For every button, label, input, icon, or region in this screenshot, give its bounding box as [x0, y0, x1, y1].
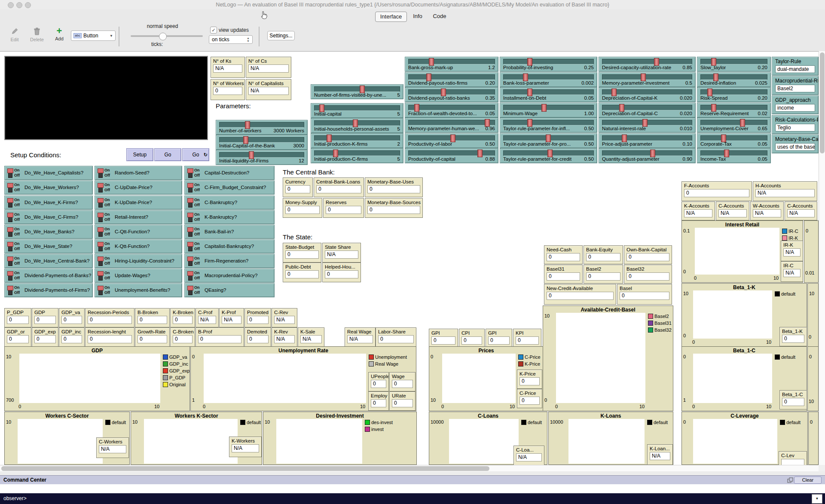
slider-handle[interactable] [245, 121, 250, 129]
slider-handle[interactable] [319, 104, 324, 112]
slider-handle[interactable] [527, 89, 532, 96]
switch-qeasing[interactable]: OnOffQEasing? [184, 283, 275, 297]
switch-knob-icon[interactable] [187, 168, 193, 173]
plot-area[interactable] [568, 419, 645, 464]
switch-knob-icon[interactable] [187, 286, 193, 290]
switch-knob-icon[interactable] [7, 242, 13, 247]
switch-c-bankruptcy[interactable]: OnOffC-Bankruptcy? [184, 195, 275, 210]
switch-do-we-have-k-firms[interactable]: OnOffDo_We_Have_K-Firms? [4, 195, 93, 210]
slider-taylor-rule-parameter-for-credit[interactable]: Taylor-rule-parameter-for-credit0.50 [500, 148, 597, 163]
switch-capital-destruction[interactable]: OnOffCapital-Destruction? [184, 166, 275, 180]
switch-k-bankruptcy[interactable]: OnOffK-Bankruptcy? [184, 210, 275, 224]
slider-handle[interactable] [622, 134, 627, 142]
chooser-value[interactable]: Basel2 [775, 85, 815, 92]
slider-quantity-adjust-parameter[interactable]: Quantity-adjust-parameter0.90 [599, 148, 696, 163]
slider-handle[interactable] [711, 104, 716, 112]
switch-knob-icon[interactable] [98, 286, 104, 290]
switch-knob-icon[interactable] [7, 213, 13, 217]
switch-capitalist-bankruptcy[interactable]: OnOffCapitalist-Bankruptcy? [184, 239, 275, 254]
chooser-taylor-rule[interactable]: Taylor-Ruledual-mandate [772, 57, 819, 76]
slider-handle[interactable] [619, 104, 624, 112]
slider-income-tax[interactable]: Income-Tax0.05 [697, 148, 771, 163]
slider-probability-of-investing[interactable]: Probability-of-investing0.25 [500, 57, 597, 72]
slider-initial-production-c-firms[interactable]: Initial-production-C-firms5 [311, 148, 403, 163]
go-forever-button[interactable]: Go ↻ [182, 148, 209, 161]
switch-knob-icon[interactable] [187, 213, 193, 217]
command-center-output[interactable] [0, 484, 825, 493]
slider-taylor-rule-parameter-for-pro[interactable]: Taylor-rule-parameter-for-pro...0.50 [500, 133, 597, 148]
slider-desired-capacity-utilization-rate[interactable]: Desired-capacity-utilization-rate0.85 [599, 57, 696, 72]
slider-installment-on-debt[interactable]: Installment-on-Debt0.05 [500, 87, 597, 102]
slider-handle[interactable] [713, 73, 718, 81]
switch-do-we-have-capitalists[interactable]: OnOffDo_We_Have_Capitalists? [4, 166, 93, 180]
switch-knob-icon[interactable] [98, 257, 104, 261]
plot-area[interactable] [556, 313, 645, 403]
slider-handle[interactable] [333, 150, 338, 157]
slider-handle[interactable] [441, 89, 446, 96]
plot-area[interactable] [693, 290, 772, 339]
slider-dividend-payout-ratio-banks[interactable]: Dividend-payout-ratio-banks0.35 [405, 87, 498, 102]
switch-c-update-price[interactable]: OnOffC-UpDate-Price? [95, 180, 182, 195]
switch-knob-icon[interactable] [187, 271, 193, 276]
switch-knob-icon[interactable] [187, 183, 193, 188]
switch-knob-icon[interactable] [7, 271, 13, 276]
slider-handle[interactable] [711, 58, 716, 66]
command-center-header[interactable]: Command Center Clear [0, 475, 825, 485]
slider-handle[interactable] [641, 73, 646, 81]
slider-initial-production-k-firms[interactable]: Initial-production-K-firms2 [311, 133, 403, 148]
slider-handle[interactable] [654, 58, 659, 66]
switch-do-we-have-banks[interactable]: OnOffDo_We_Have_Banks? [4, 225, 93, 239]
slider-handle[interactable] [485, 119, 490, 127]
command-history-dropdown[interactable]: ▼ [812, 494, 822, 504]
switch-do-we-have-workers[interactable]: OnOffDo_We_Have_Workers? [4, 180, 93, 195]
slider-depreciation-of-capital-k[interactable]: Depreciation-of-Capital-K0.020 [599, 87, 696, 102]
switch-knob-icon[interactable] [98, 198, 104, 203]
slider-handle[interactable] [740, 119, 745, 127]
switch-knob-icon[interactable] [98, 213, 104, 217]
switch-knob-icon[interactable] [98, 271, 104, 276]
switch-do-we-have-central-bank[interactable]: OnOffDo_We_Have_Central-Bank? [4, 254, 93, 268]
switch-random-seed[interactable]: OnOffRandom-Seed? [95, 166, 182, 180]
chooser-macroprudential-rul[interactable]: Macroprudential-RulBasel2 [772, 76, 819, 95]
plot-area[interactable] [693, 419, 777, 464]
slider-number-of-firms-visited-by-une[interactable]: Number-of-firms-visited-by-une...5 [311, 84, 403, 99]
slider-slow-taylor[interactable]: Slow_taylor0.20 [697, 57, 771, 72]
switch-do-we-have-state[interactable]: OnOffDo_We_Have_State? [4, 239, 93, 254]
slider-handle[interactable] [429, 58, 434, 66]
switch-knob-icon[interactable] [187, 198, 193, 203]
slider-handle[interactable] [707, 89, 712, 96]
switch-c-firm-budget-constraint[interactable]: OnOffC-Firm_Budget_Constraint? [184, 180, 275, 195]
plot-area[interactable] [19, 354, 160, 403]
setup-button[interactable]: Setup [126, 148, 153, 161]
slider-bank-loss-parameter[interactable]: Bank-loss-parameter0.002 [500, 72, 597, 87]
slider-bank-gross-mark-up[interactable]: Bank-gross-mark-up1.2 [405, 57, 498, 72]
switch-update-wages[interactable]: OnOffUpdate-Wages? [95, 269, 182, 283]
slider-handle[interactable] [642, 119, 648, 127]
switch-knob-icon[interactable] [7, 183, 13, 188]
slider-initial-households-personal-assets[interactable]: Initial-households-personal-assets5 [311, 118, 403, 133]
switch-knob-icon[interactable] [7, 168, 13, 173]
plot-area[interactable] [442, 354, 516, 403]
vertical-scrollbar-thumb[interactable] [820, 52, 825, 153]
chooser-value[interactable]: income [775, 104, 815, 112]
switch-dividend-payments-of-firms[interactable]: OnOffDividend-Payments-of-Firms? [4, 283, 93, 297]
switch-knob-icon[interactable] [7, 286, 13, 290]
switch-knob-icon[interactable] [98, 168, 104, 173]
chooser-risk-calculations-pr[interactable]: Risk-Calculations-PrTeglio [772, 115, 819, 134]
plot-area[interactable] [144, 419, 238, 464]
slider-handle[interactable] [450, 134, 455, 142]
slider-fraction-of-wealth-devoted-to[interactable]: Fraction-of-wealth-devoted-to...0.05 [405, 103, 498, 118]
chooser-gdp-approach[interactable]: GDP_approachincome [772, 95, 819, 114]
chooser-value[interactable]: uses of the base [775, 143, 815, 151]
slider-handle[interactable] [611, 89, 617, 96]
plot-area[interactable] [449, 419, 519, 464]
slider-handle[interactable] [426, 73, 431, 81]
slider-productivity-of-labor[interactable]: Productivity-of-labor0.50 [405, 133, 498, 148]
slider-handle[interactable] [724, 150, 729, 157]
switch-knob-icon[interactable] [7, 227, 13, 232]
slider-handle[interactable] [523, 73, 528, 81]
plot-area[interactable] [695, 228, 779, 275]
switch-k-update-price[interactable]: OnOffK-UpDate-Price? [95, 195, 182, 210]
switch-knob-icon[interactable] [187, 257, 193, 261]
switch-knob-icon[interactable] [98, 242, 104, 247]
